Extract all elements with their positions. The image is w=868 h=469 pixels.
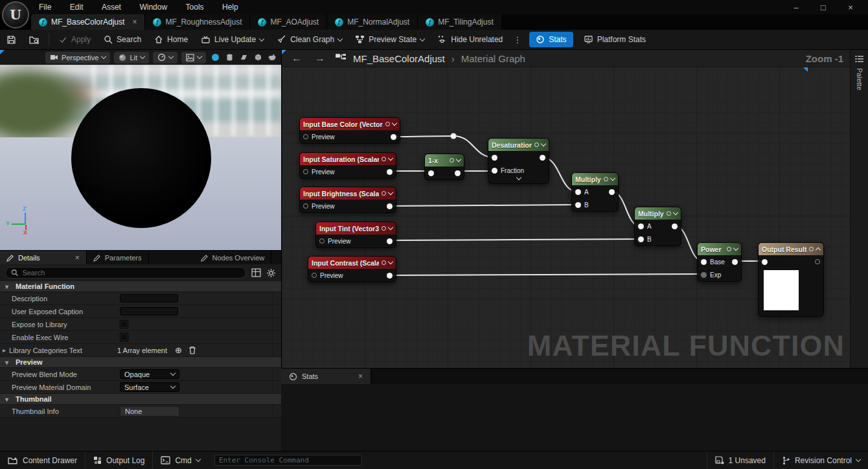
menu-edit[interactable]: Edit: [62, 0, 91, 14]
input-saturation-node[interactable]: Input Saturation (Scalar)Preview: [299, 152, 396, 179]
menu-file[interactable]: File: [31, 0, 59, 14]
section-preview[interactable]: ▾ Preview: [0, 357, 281, 368]
node-preview-toggle-icon[interactable]: [604, 177, 608, 181]
display-filter-icon[interactable]: [251, 268, 261, 277]
minimize-button[interactable]: –: [782, 0, 810, 14]
wire[interactable]: [389, 274, 703, 275]
tab-mf-tilingadjust[interactable]: ƒ MF_TilingAdjust: [418, 14, 502, 30]
expander-icon[interactable]: ▸: [3, 347, 9, 354]
input-pin[interactable]: [492, 155, 497, 161]
material-graph-panel[interactable]: ← → MF_BaseColorAdjust › Material Graph …: [281, 50, 850, 368]
menu-asset[interactable]: Asset: [94, 0, 129, 14]
input-pin[interactable]: [575, 189, 581, 195]
output-result-node[interactable]: Output Result: [758, 242, 824, 317]
perspective-select[interactable]: Perspective: [45, 52, 110, 63]
node-preview-toggle-icon[interactable]: [809, 247, 814, 251]
view-options-select[interactable]: [153, 52, 177, 63]
node-header[interactable]: Input Contrast (Scalar): [308, 257, 396, 269]
input-pin[interactable]: [638, 223, 644, 229]
expander-icon[interactable]: ▾: [5, 396, 12, 403]
chevron-down-icon[interactable]: [388, 155, 393, 161]
back-button[interactable]: ←: [288, 52, 305, 64]
preview-blend-mode-select[interactable]: Opaque: [120, 369, 179, 379]
node-header[interactable]: Power: [698, 243, 741, 255]
chevron-down-icon[interactable]: [388, 225, 393, 230]
apply-button[interactable]: Apply: [52, 30, 97, 50]
breadcrumb-asset[interactable]: MF_BaseColorAdjust: [353, 53, 445, 64]
output-pin[interactable]: [609, 189, 615, 195]
multiply-2-node[interactable]: MultiplyAB: [634, 207, 681, 246]
tab-mf-basecoloradjust[interactable]: ƒ MF_BaseColorAdjust ×: [31, 14, 145, 30]
node-header[interactable]: Desaturation: [488, 139, 549, 151]
chevron-down-icon[interactable]: [388, 259, 393, 264]
section-material-function[interactable]: ▾ Material Function: [0, 281, 281, 292]
delete-array-button[interactable]: [188, 346, 196, 354]
input-contrast-node[interactable]: Input Contrast (Scalar)Preview: [308, 256, 396, 282]
input-tint-node[interactable]: Input Tint (Vector3)Preview: [315, 222, 396, 248]
hide-unrelated-button[interactable]: Hide Unrelated: [431, 30, 509, 50]
palette-sidebar[interactable]: Palette: [850, 50, 868, 368]
home-button[interactable]: Home: [148, 30, 194, 50]
preview-shape-sphere-button[interactable]: [210, 52, 220, 63]
node-preview-toggle-icon[interactable]: [667, 211, 671, 216]
expander-icon[interactable]: ▾: [5, 283, 12, 290]
chevron-down-icon[interactable]: [673, 210, 678, 215]
user-exposed-caption-input[interactable]: [120, 307, 178, 315]
node-preview-toggle-icon[interactable]: [727, 247, 731, 251]
node-preview-toggle-icon[interactable]: [382, 226, 386, 231]
maximize-button[interactable]: □: [810, 0, 837, 14]
screenshot-select[interactable]: [181, 52, 206, 63]
input-pin[interactable]: [312, 273, 317, 278]
input-pin[interactable]: [319, 238, 325, 244]
multiply-1-node[interactable]: MultiplyAB: [571, 172, 619, 212]
node-preview-toggle-icon[interactable]: [450, 158, 454, 163]
details-search-box[interactable]: [5, 267, 246, 279]
preview-shape-cube-button[interactable]: [253, 52, 263, 63]
chevron-down-icon[interactable]: [610, 176, 615, 181]
tab-close-icon[interactable]: ×: [75, 253, 80, 262]
output-pin[interactable]: [672, 223, 678, 229]
cmd-select[interactable]: Cmd: [153, 452, 207, 469]
tab-parameters[interactable]: Parameters: [87, 251, 149, 264]
one-minus-x-node[interactable]: 1-x: [424, 154, 464, 180]
input-pin[interactable]: [303, 203, 308, 209]
preview-shape-cylinder-button[interactable]: [224, 52, 234, 63]
tab-nodes-overview[interactable]: Nodes Overview: [194, 251, 272, 264]
menu-help[interactable]: Help: [214, 0, 246, 14]
tab-mf-roughnessadjust[interactable]: ƒ MF_RoughnessAdjust: [145, 14, 250, 30]
output-log-button[interactable]: Output Log: [86, 452, 153, 469]
chevron-down-icon[interactable]: [388, 190, 393, 195]
platform-stats-button[interactable]: Platform Stats: [577, 30, 652, 50]
tab-mf-normaladjust[interactable]: ƒ MF_NormalAdjust: [327, 14, 418, 30]
tab-stats[interactable]: Stats ×: [281, 369, 371, 384]
node-header[interactable]: Input Base Color (Vector3): [300, 118, 400, 130]
forward-button[interactable]: →: [312, 52, 328, 64]
chevron-up-icon[interactable]: [816, 247, 821, 253]
clean-graph-button[interactable]: Clean Graph: [270, 30, 348, 50]
search-button[interactable]: Search: [97, 30, 148, 50]
node-preview-toggle-icon[interactable]: [534, 143, 539, 147]
browse-to-asset-button[interactable]: [23, 30, 46, 50]
node-header[interactable]: Multiply: [635, 207, 681, 220]
reroute-pin[interactable]: [451, 133, 457, 139]
stats-toggle-button[interactable]: Stats: [529, 32, 573, 47]
input-base-color-node[interactable]: Input Base Color (Vector3)Preview: [299, 117, 400, 144]
node-header[interactable]: Input Tint (Vector3): [316, 222, 396, 234]
content-drawer-button[interactable]: Content Drawer: [0, 452, 86, 469]
node-header[interactable]: Multiply: [572, 173, 618, 185]
close-button[interactable]: ×: [837, 0, 864, 14]
tab-close-icon[interactable]: ×: [358, 372, 363, 381]
revision-control-button[interactable]: Revision Control: [773, 452, 868, 469]
input-pin[interactable]: [428, 170, 434, 176]
toolbar-overflow-menu[interactable]: ⋮: [509, 35, 525, 45]
node-header[interactable]: Output Result: [759, 243, 823, 255]
wire[interactable]: [390, 239, 640, 240]
output-pin[interactable]: [815, 259, 820, 264]
preview-material-domain-select[interactable]: Surface: [120, 382, 179, 392]
preview-shape-custom-button[interactable]: [267, 52, 277, 63]
section-thumbnail[interactable]: ▾ Thumbnail: [0, 394, 281, 405]
node-preview-toggle-icon[interactable]: [385, 122, 390, 126]
wire[interactable]: [392, 136, 453, 137]
description-input[interactable]: [120, 294, 178, 303]
input-pin[interactable]: [575, 202, 581, 208]
